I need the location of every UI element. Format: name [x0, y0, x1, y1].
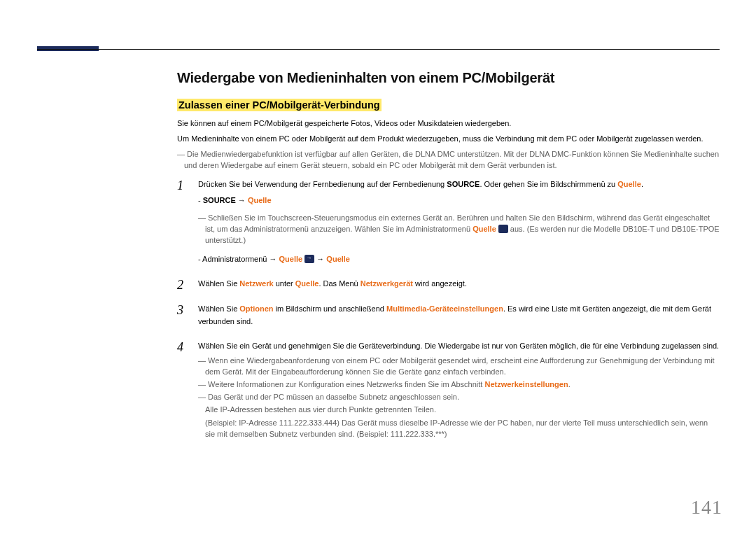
- s2-netz: Netzwerk: [239, 279, 273, 288]
- intro-paragraph-2: Um Medieninhalte von einem PC oder Mobil…: [177, 134, 720, 145]
- s2-quelle: Quelle: [295, 279, 319, 288]
- s3-b: im Bildschirm und anschließend: [274, 304, 386, 313]
- s2-a: Wählen Sie: [198, 279, 239, 288]
- post-note-3: Das Gerät und der PC müssen an dasselbe …: [198, 392, 720, 403]
- step-4: Wählen Sie ein Gerät und genehmigen Sie …: [177, 340, 720, 440]
- admin-q2: Quelle: [326, 255, 350, 263]
- s2-b: unter: [274, 279, 295, 288]
- dlna-note: Die Medienwiedergabefunktion ist verfügb…: [177, 149, 720, 171]
- source-label: SOURCE: [447, 180, 479, 188]
- top-rule: [37, 49, 720, 50]
- admin-a: - Administratormenü →: [198, 255, 279, 263]
- step-1: Drücken Sie bei Verwendung der Fernbedie…: [177, 178, 720, 266]
- step1-text-c: .: [641, 180, 643, 188]
- page-title: Wiedergabe von Medieninhalten von einem …: [177, 70, 720, 86]
- pn2-b: .: [568, 380, 570, 388]
- pn2-a: Weitere Informationen zur Konfiguration …: [208, 380, 484, 388]
- post-note-3-sub2: (Beispiel: IP-Adresse 111.222.333.444) D…: [205, 417, 720, 440]
- quelle-nav: Quelle: [248, 196, 272, 204]
- step4-notes: Wenn eine Wiedergabeanforderung von eine…: [198, 356, 720, 440]
- s2-c: . Das Menü: [318, 279, 360, 288]
- s3-opt: Optionen: [239, 304, 273, 313]
- admin-q1: Quelle: [279, 255, 303, 263]
- section-subtitle: Zulassen einer PC/Mobilgerät-Verbindung: [177, 99, 720, 111]
- step1-admin-path: - Administratormenü → Quelle → Quelle: [198, 253, 720, 266]
- step1-touch-note: Schließen Sie im Touchscreen-Steuerungsm…: [198, 213, 720, 246]
- main-content: Wiedergabe von Medieninhalten von einem …: [177, 70, 720, 453]
- s2-d: wird angezeigt.: [413, 279, 467, 288]
- steps-list: Drücken Sie bei Verwendung der Fernbedie…: [177, 178, 720, 440]
- s3-a: Wählen Sie: [198, 304, 239, 313]
- post-note-1: Wenn eine Wiedergabeanforderung von eine…: [198, 356, 720, 378]
- step1-text-a: Drücken Sie bei Verwendung der Fernbedie…: [198, 180, 447, 188]
- page-number: 141: [691, 496, 722, 519]
- s3-mm: Multimedia-Geräteeinstellungen: [386, 304, 503, 313]
- pn2-link: Netzwerkeinstellungen: [484, 380, 568, 388]
- step1-subline-source: - SOURCE → Quelle: [198, 195, 720, 207]
- subtitle-highlight: Zulassen einer PC/Mobilgerät-Verbindung: [177, 99, 382, 111]
- source-nav: SOURCE: [203, 196, 236, 204]
- post-note-3-sub1: Alle IP-Adressen bestehen aus vier durch…: [205, 404, 720, 416]
- intro-paragraph-1: Sie können auf einem PC/Mobilgerät gespe…: [177, 118, 720, 129]
- s2-netzg: Netzwerkgerät: [360, 279, 413, 288]
- quelle-label: Quelle: [617, 180, 641, 188]
- dash: -: [198, 196, 203, 204]
- source-icon-2: [304, 255, 314, 263]
- step-3: Wählen Sie Optionen im Bildschirm und an…: [177, 303, 720, 328]
- admin-arrow2: →: [314, 255, 326, 263]
- post-note-2: Weitere Informationen zur Konfiguration …: [198, 379, 720, 391]
- step-2: Wählen Sie Netzwerk unter Quelle. Das Me…: [177, 278, 720, 290]
- source-icon: [498, 225, 508, 233]
- s4-text: Wählen Sie ein Gerät und genehmigen Sie …: [198, 342, 719, 350]
- step1-text-b: . Oder gehen Sie im Bildschirmmenü zu: [479, 180, 617, 188]
- arrow: →: [236, 196, 248, 204]
